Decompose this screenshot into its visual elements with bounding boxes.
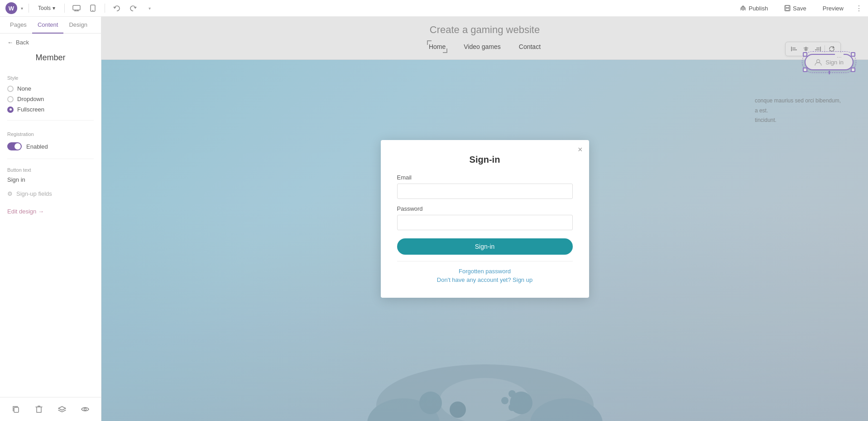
style-options: None Dropdown Fullscreen [0, 83, 101, 115]
tab-design[interactable]: Design [63, 17, 92, 34]
registration-toggle-row: Enabled [0, 140, 101, 153]
button-text-label: Button text [0, 165, 101, 175]
no-account-link[interactable]: Don't have any account yet? Sign up [397, 276, 573, 283]
password-input[interactable] [397, 215, 573, 230]
sidebar: Pages Content Design ← Back Member Style… [0, 17, 101, 421]
registration-section-label: Registration [0, 126, 101, 140]
svg-rect-11 [786, 8, 789, 10]
radio-none [7, 86, 14, 92]
delete-button[interactable] [32, 402, 46, 416]
tools-caret: ▾ [53, 5, 55, 11]
sign-up-fields-label: Sign-up fields [16, 190, 52, 197]
back-arrow-icon: ← [7, 39, 13, 46]
svg-rect-12 [14, 407, 19, 412]
radio-fullscreen [7, 106, 14, 113]
sidebar-back-button[interactable]: ← Back [0, 34, 101, 51]
divider-2 [7, 159, 94, 159]
modal-divider [397, 261, 573, 261]
modal-title: Sign-in [397, 155, 573, 165]
password-label: Password [397, 205, 573, 212]
logo-button[interactable]: W [5, 2, 17, 14]
back-label: Back [16, 39, 29, 46]
preview-button[interactable]: Preview [816, 2, 850, 15]
visibility-button[interactable] [78, 402, 92, 416]
email-input[interactable] [397, 184, 573, 199]
radio-dropdown [7, 96, 14, 102]
style-dropdown-label: Dropdown [17, 96, 44, 102]
svg-rect-10 [786, 5, 789, 8]
logo-caret[interactable]: ▾ [21, 6, 23, 11]
redo-more-button[interactable]: ▾ [143, 2, 156, 15]
copy-button[interactable] [9, 402, 23, 416]
registration-toggle[interactable] [7, 142, 22, 150]
style-option-fullscreen[interactable]: Fullscreen [7, 104, 94, 115]
style-section-label: Style [0, 70, 101, 83]
toggle-label: Enabled [26, 143, 48, 150]
svg-rect-0 [73, 5, 80, 10]
separator-2 [64, 4, 65, 13]
style-none-label: None [17, 85, 31, 92]
undo-button[interactable] [110, 2, 123, 15]
sign-in-button[interactable]: Sign-in [397, 238, 573, 255]
sidebar-tabs: Pages Content Design [0, 17, 101, 34]
tab-pages[interactable]: Pages [5, 17, 32, 34]
main-layout: Pages Content Design ← Back Member Style… [0, 17, 868, 421]
preview-label: Preview [823, 5, 844, 12]
top-toolbar: W ▾ Tools ▾ [0, 0, 868, 17]
canvas: Create a gaming website Home Video games… [101, 17, 868, 421]
sign-in-modal: × Sign-in Email Password Sign-in Forgott… [381, 140, 589, 298]
sidebar-section-title: Member [0, 51, 101, 70]
style-fullscreen-label: Fullscreen [17, 106, 44, 113]
modal-overlay: × Sign-in Email Password Sign-in Forgott… [101, 17, 868, 421]
publish-button[interactable]: Publish [734, 2, 774, 15]
edit-design-link[interactable]: Edit design → [0, 201, 101, 222]
svg-point-5 [92, 10, 93, 11]
sign-up-fields-row[interactable]: ⚙ Sign-up fields [0, 187, 101, 201]
edit-design-label: Edit design → [7, 208, 44, 215]
mobile-view-button[interactable] [86, 2, 99, 15]
save-button[interactable]: Save [778, 2, 813, 15]
toolbar-more-button[interactable]: ⋮ [855, 4, 863, 13]
style-option-none[interactable]: None [7, 83, 94, 94]
gear-icon: ⚙ [7, 190, 13, 197]
svg-point-13 [84, 408, 86, 411]
tab-content[interactable]: Content [32, 17, 64, 34]
desktop-view-button[interactable] [70, 2, 83, 15]
layers-button[interactable] [55, 402, 69, 416]
toolbar-right: Publish Save Preview ⋮ [734, 2, 863, 15]
separator-3 [105, 4, 105, 13]
button-text-value: Sign in [0, 175, 101, 187]
style-option-dropdown[interactable]: Dropdown [7, 94, 94, 104]
divider-1 [7, 120, 94, 121]
separator-1 [29, 4, 29, 13]
tools-label: Tools [38, 5, 51, 11]
publish-label: Publish [748, 5, 768, 12]
save-label: Save [793, 5, 806, 12]
sidebar-bottom-toolbar [0, 397, 101, 421]
modal-close-button[interactable]: × [578, 145, 583, 154]
forgotten-password-link[interactable]: Forgotten password [397, 268, 573, 275]
email-label: Email [397, 174, 573, 181]
redo-button[interactable] [127, 2, 139, 15]
tools-button[interactable]: Tools ▾ [34, 2, 59, 14]
